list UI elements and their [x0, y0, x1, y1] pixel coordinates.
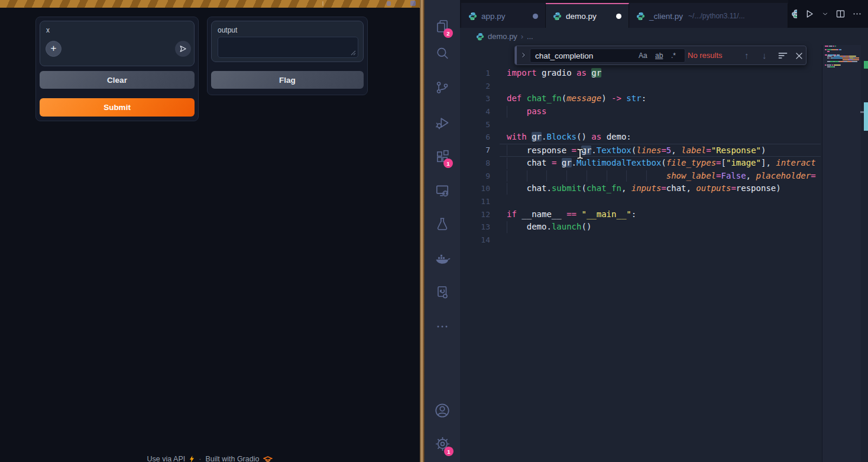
sidebar-item-source-control[interactable] [425, 73, 460, 102]
code-line[interactable] [500, 234, 821, 247]
run-debug-icon [435, 115, 451, 131]
code-line[interactable]: chat.submit(chat_fn, inputs=chat, output… [500, 182, 821, 195]
find-in-selection-button[interactable] [778, 51, 788, 60]
code-line[interactable]: show_label=False, placeholder= [500, 170, 821, 183]
indent-guide [507, 145, 507, 156]
breadcrumb[interactable]: demo.py › ... [460, 28, 868, 45]
sidebar-item-extensions[interactable]: 1 [425, 143, 460, 171]
breadcrumb-file[interactable]: demo.py [488, 32, 517, 41]
code-token: chat [527, 183, 547, 193]
indent-guide [566, 170, 567, 182]
line-number: 9 [460, 170, 500, 183]
code-token: : [642, 93, 646, 103]
find-results-status: No results [688, 46, 723, 64]
overflow-tab-python-icon[interactable] [792, 9, 797, 19]
breadcrumb-more[interactable]: ... [527, 32, 533, 41]
account-icon [434, 402, 451, 419]
code-token: = [706, 146, 711, 155]
toggle-replace-chevron-icon[interactable] [520, 51, 527, 59]
sidebar-item-docker[interactable] [425, 244, 460, 273]
code-token: chat [527, 158, 547, 167]
code-editor[interactable]: 1234567891011121314 import gradio as grd… [460, 45, 868, 462]
code-token: inputs [631, 183, 662, 193]
line-number: 11 [460, 195, 500, 208]
code-token: demo [607, 132, 627, 141]
tab-client-py[interactable]: _client.py ~/.../python3.11/... [629, 3, 788, 28]
code-line[interactable]: chat = gr.MultimodalTextbox(file_types=[… [500, 157, 821, 170]
sidebar-item-remote-explorer[interactable] [425, 176, 460, 205]
clear-button[interactable]: Clear [40, 71, 195, 89]
flag-button[interactable]: Flag [211, 71, 364, 89]
minimap-line [825, 46, 859, 47]
indent-guide [546, 170, 547, 182]
tab-app-py[interactable]: app.py [461, 3, 546, 28]
match-case-toggle[interactable]: Aa [639, 49, 647, 63]
sidebar-item-testing[interactable] [425, 210, 460, 238]
code-line[interactable] [500, 118, 821, 131]
close-find-button[interactable] [795, 52, 803, 60]
line-number-gutter: 1234567891011121314 [460, 67, 500, 247]
code-line[interactable]: with gr.Blocks() as demo: [500, 131, 821, 144]
code-token: : [626, 132, 631, 141]
run-python-file-button[interactable] [804, 8, 815, 20]
more-actions-button[interactable] [852, 9, 862, 19]
code-token: "Response" [711, 146, 761, 155]
whole-word-toggle[interactable]: ab [655, 49, 663, 63]
code-token: lines [636, 146, 661, 155]
output-textarea[interactable] [218, 37, 358, 58]
find-input[interactable]: chat_completion Aa ab .* [530, 49, 685, 63]
settings-button[interactable]: 1 [425, 429, 460, 458]
line-number: 8 [460, 157, 500, 170]
attach-file-button[interactable]: + [46, 41, 61, 57]
code-line[interactable]: def chat_fn(message) -> str: [500, 92, 821, 105]
code-line[interactable] [500, 195, 821, 208]
modified-dot-icon[interactable] [616, 14, 621, 19]
input-column-card: x + Clear Submit [35, 17, 199, 121]
code-token: . [591, 146, 596, 155]
code-token: ( [661, 158, 666, 167]
sidebar-item-more[interactable] [425, 312, 460, 341]
sidebar-item-file-settings[interactable] [425, 278, 460, 306]
code-line[interactable]: response = gr.Textbox(lines=5, label="Re… [500, 144, 821, 157]
code-line[interactable]: if __name__ == "__main__": [500, 208, 821, 221]
code-line[interactable]: demo.launch() [500, 221, 821, 234]
code-token: . [546, 222, 551, 231]
use-via-api-link[interactable]: Use via API [147, 455, 186, 462]
code-line[interactable]: pass [500, 105, 821, 118]
send-button[interactable] [175, 41, 191, 57]
minimap-line [825, 49, 859, 50]
sidebar-item-run-debug[interactable] [425, 108, 460, 137]
built-with-gradio-link[interactable]: Built with Gradio [205, 455, 259, 462]
tab-demo-py[interactable]: demo.py [546, 3, 629, 28]
code-line[interactable]: import gradio as gr [500, 67, 821, 80]
sidebar-item-explorer[interactable]: 2 [425, 12, 460, 40]
line-number: 5 [460, 118, 500, 131]
screenshot-stage: x + Clear Submit output [0, 0, 868, 462]
code-token: chat_fn [587, 183, 621, 193]
code-content[interactable]: import gradio as grdef chat_fn(message) … [500, 67, 821, 247]
find-widget-sash[interactable] [515, 46, 517, 64]
code-token: ) [761, 146, 766, 155]
account-button[interactable] [425, 396, 460, 425]
regex-toggle[interactable]: .* [671, 49, 676, 63]
find-query-text: chat_completion [535, 49, 593, 63]
resize-grip-icon[interactable] [351, 50, 356, 56]
previous-match-button[interactable]: ↑ [744, 46, 749, 64]
run-dropdown-chevron-icon[interactable] [821, 10, 829, 18]
code-line[interactable] [500, 80, 821, 93]
code-token: Blocks [546, 132, 576, 141]
minimap[interactable] [822, 45, 861, 462]
submit-button[interactable]: Submit [40, 98, 195, 117]
code-token: ], [761, 158, 776, 167]
multimodal-textbox[interactable]: x + [40, 21, 195, 66]
sidebar-item-search[interactable] [425, 39, 460, 67]
code-token: ( [631, 146, 636, 155]
split-editor-button[interactable] [835, 9, 846, 19]
next-match-button[interactable]: ↓ [762, 46, 767, 64]
code-token: , [671, 146, 681, 155]
overview-ruler-selection-mark [864, 61, 868, 69]
code-token: , [686, 183, 697, 193]
code-token: str [626, 93, 641, 103]
modified-dot-icon[interactable] [533, 14, 538, 19]
window-divider[interactable] [420, 0, 425, 462]
